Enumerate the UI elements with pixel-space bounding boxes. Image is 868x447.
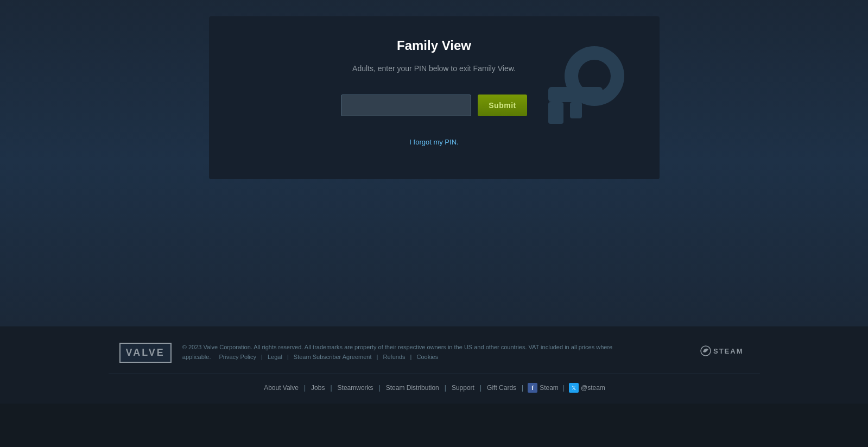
privacy-policy-link[interactable]: Privacy Policy: [219, 354, 256, 360]
steam-tw-label: @steam: [581, 384, 605, 392]
main-content: Family View Adults, enter your PIN below…: [0, 0, 868, 326]
footer-left: VALVE © 2023 Valve Corporation. All righ…: [119, 343, 700, 363]
legal-link[interactable]: Legal: [268, 354, 282, 360]
twitter-icon: 𝕏: [569, 383, 579, 393]
key-icon: [535, 38, 632, 158]
forgot-pin-link[interactable]: I forgot my PIN.: [409, 138, 458, 146]
nav-sep-7: |: [563, 384, 565, 392]
nav-sep-3: |: [379, 384, 381, 392]
nav-sep-5: |: [480, 384, 481, 392]
cookies-link[interactable]: Cookies: [417, 354, 439, 360]
support-link[interactable]: Support: [451, 384, 476, 392]
separator-4: |: [377, 354, 380, 360]
nav-sep-2: |: [330, 384, 332, 392]
dark-footer-strip: [0, 404, 868, 447]
steam-logo-right: STEAM: [700, 343, 749, 359]
svg-rect-4: [570, 102, 582, 118]
svg-text:STEAM: STEAM: [713, 347, 744, 355]
footer: VALVE © 2023 Valve Corporation. All righ…: [0, 326, 868, 404]
footer-top: VALVE © 2023 Valve Corporation. All righ…: [109, 343, 760, 374]
family-view-card: Family View Adults, enter your PIN below…: [209, 16, 660, 179]
gift-cards-link[interactable]: Gift Cards: [486, 384, 517, 392]
svg-rect-3: [548, 102, 563, 124]
submit-button[interactable]: Submit: [478, 95, 527, 116]
separator-2: |: [261, 354, 264, 360]
separator-5: |: [410, 354, 414, 360]
jobs-link[interactable]: Jobs: [310, 384, 326, 392]
facebook-icon: f: [528, 383, 537, 393]
pin-input[interactable]: [341, 95, 471, 116]
steam-distribution-link[interactable]: Steam Distribution: [385, 384, 440, 392]
separator-3: |: [287, 354, 290, 360]
steamworks-link[interactable]: Steamworks: [337, 384, 375, 392]
steam-facebook-link[interactable]: f Steam: [528, 383, 559, 393]
about-valve-link[interactable]: About Valve: [263, 384, 300, 392]
valve-logo: VALVE: [119, 343, 172, 363]
refunds-link[interactable]: Refunds: [383, 354, 406, 360]
steam-fb-label: Steam: [540, 384, 559, 392]
footer-bottom: About Valve | Jobs | Steamworks | Steam …: [109, 374, 760, 393]
footer-legal: © 2023 Valve Corporation. All rights res…: [182, 343, 617, 362]
nav-sep-4: |: [445, 384, 446, 392]
steam-twitter-link[interactable]: 𝕏 @steam: [569, 383, 605, 393]
nav-sep-6: |: [522, 384, 523, 392]
nav-sep-1: |: [304, 384, 306, 392]
svg-rect-2: [548, 87, 603, 102]
subscriber-agreement-link[interactable]: Steam Subscriber Agreement: [294, 354, 372, 360]
